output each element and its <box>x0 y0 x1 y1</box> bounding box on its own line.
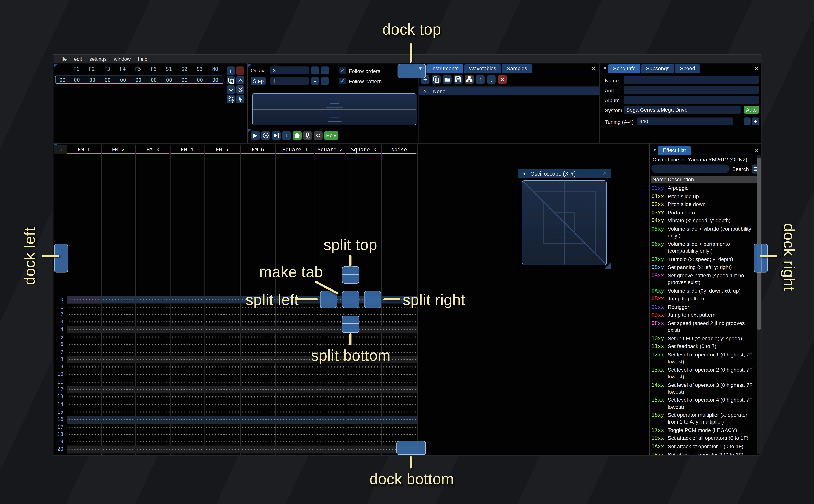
step-input[interactable] <box>270 77 309 85</box>
move-instrument-up-button[interactable]: ↑ <box>476 75 485 84</box>
pattern-cell[interactable] <box>170 333 204 341</box>
pattern-cell[interactable] <box>345 453 381 455</box>
pattern-cell[interactable] <box>275 393 315 401</box>
pattern-cell[interactable] <box>240 431 275 438</box>
pattern-cell[interactable] <box>101 303 135 311</box>
channel-header-noise[interactable]: Noise <box>381 145 417 154</box>
follow-pattern-checkbox[interactable]: ✓ <box>339 78 346 84</box>
pattern-cell[interactable] <box>67 446 101 453</box>
pattern-cell[interactable] <box>240 446 275 453</box>
pattern-cell[interactable] <box>170 393 204 401</box>
pattern-cell[interactable] <box>135 431 170 438</box>
pattern-cell[interactable] <box>315 393 345 401</box>
pattern-cell[interactable] <box>275 446 315 453</box>
pattern-cell[interactable] <box>381 378 417 386</box>
instrument-list-item[interactable]: ○ - None - <box>419 87 600 95</box>
pattern-cell[interactable] <box>101 401 135 408</box>
pattern-cell[interactable] <box>275 438 315 446</box>
pattern-cell[interactable] <box>170 438 204 446</box>
pattern-cell[interactable] <box>135 416 170 423</box>
pattern-cell[interactable] <box>101 318 135 326</box>
play-from-start-button[interactable] <box>261 131 270 140</box>
pattern-cell[interactable] <box>315 431 345 438</box>
pattern-cell[interactable] <box>101 348 135 356</box>
pattern-cell[interactable] <box>67 431 101 438</box>
pattern-cell[interactable] <box>170 446 204 453</box>
pattern-cell[interactable] <box>101 363 135 371</box>
pattern-cell[interactable] <box>170 341 204 348</box>
pattern-cell[interactable] <box>381 401 417 408</box>
pattern-cell[interactable] <box>67 423 101 431</box>
channel-header-fm-6[interactable]: FM 6 <box>240 145 275 154</box>
pattern-cell[interactable] <box>240 311 275 319</box>
split-right-target[interactable] <box>364 291 381 308</box>
pattern-cell[interactable] <box>135 341 170 348</box>
octave-input[interactable] <box>270 67 309 74</box>
pattern-cell[interactable] <box>101 438 135 446</box>
poly-button[interactable]: Poly <box>324 131 338 140</box>
pattern-cell[interactable] <box>204 333 240 341</box>
pattern-cell[interactable] <box>101 371 135 378</box>
pattern-cell[interactable] <box>170 453 204 455</box>
pattern-cell[interactable] <box>204 318 240 326</box>
add-order-button[interactable]: + <box>226 67 235 75</box>
pattern-cell[interactable] <box>135 378 170 386</box>
save-instrument-button[interactable] <box>454 75 463 84</box>
pattern-cell[interactable] <box>315 438 345 446</box>
pattern-cell[interactable] <box>67 311 101 319</box>
pattern-cell[interactable] <box>170 416 204 423</box>
search-input[interactable] <box>651 165 730 173</box>
pattern-cell[interactable] <box>240 341 275 348</box>
pattern-cell[interactable] <box>135 393 170 401</box>
pattern-cell[interactable] <box>204 386 240 393</box>
pattern-cell[interactable] <box>240 423 275 431</box>
menu-item-window[interactable]: window <box>110 56 134 62</box>
move-order-down-button[interactable] <box>226 85 235 94</box>
pattern-cell[interactable] <box>315 311 345 319</box>
pattern-cell[interactable] <box>101 446 135 453</box>
deep-clone-button[interactable] <box>226 95 235 103</box>
pattern-cell[interactable] <box>170 296 204 303</box>
pattern-cell[interactable] <box>240 333 275 341</box>
pattern-cell[interactable] <box>381 423 417 431</box>
tab-list-icon[interactable]: ▼ <box>651 146 658 155</box>
pattern-cell[interactable] <box>170 363 204 371</box>
channel-header-fm-5[interactable]: FM 5 <box>204 145 240 154</box>
pattern-cell[interactable] <box>67 453 101 455</box>
pattern-cell[interactable] <box>170 431 204 438</box>
pattern-cell[interactable] <box>135 438 170 446</box>
pattern-cell[interactable] <box>67 378 101 386</box>
metronome-button[interactable] <box>303 131 312 140</box>
order-cell[interactable]: 00 <box>161 77 177 83</box>
pattern-cell[interactable] <box>67 408 101 416</box>
pattern-cell[interactable] <box>381 363 417 371</box>
delete-instrument-button[interactable]: × <box>498 75 507 84</box>
pattern-cell[interactable] <box>101 356 135 363</box>
pattern-cell[interactable] <box>275 423 315 431</box>
order-row[interactable]: 0000000000000000000000 <box>55 76 223 84</box>
tuning-dec-button[interactable]: - <box>744 117 751 125</box>
tab-speed[interactable]: Speed <box>675 64 700 73</box>
pattern-cell[interactable] <box>135 326 170 333</box>
pattern-cell[interactable] <box>345 438 381 446</box>
remove-order-button[interactable]: − <box>236 67 244 75</box>
channel-header-square-2[interactable]: Square 2 <box>315 145 345 154</box>
pattern-cell[interactable] <box>204 326 240 333</box>
auto-system-button[interactable]: Auto <box>744 106 759 114</box>
system-field[interactable] <box>624 106 741 114</box>
pattern-cell[interactable] <box>240 318 275 326</box>
pattern-cell[interactable] <box>67 438 101 446</box>
pattern-cell[interactable] <box>204 348 240 356</box>
pattern-cell[interactable] <box>345 371 381 378</box>
pattern-cell[interactable] <box>345 446 381 453</box>
pattern-cell[interactable] <box>345 423 381 431</box>
pattern-cell[interactable] <box>315 453 345 455</box>
stop-button[interactable] <box>293 131 301 140</box>
pattern-cell[interactable] <box>67 326 101 333</box>
play-one-row-button[interactable] <box>272 131 280 140</box>
pattern-cell[interactable] <box>135 371 170 378</box>
pattern-cell[interactable] <box>240 356 275 363</box>
pattern-cell[interactable] <box>275 431 315 438</box>
tuning-field[interactable] <box>637 117 733 125</box>
pattern-cell[interactable] <box>170 318 204 326</box>
